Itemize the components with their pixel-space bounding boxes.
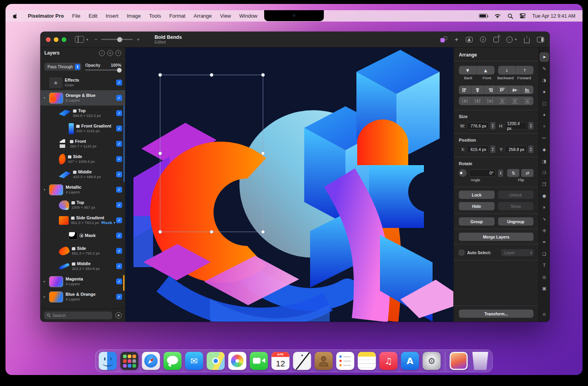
spotlight-search-icon[interactable] [508, 13, 513, 19]
send-backward-button[interactable]: ↓ [498, 66, 516, 75]
menu-format[interactable]: Format [169, 13, 185, 19]
layer-options-button[interactable]: ≡ [107, 50, 113, 56]
shape-tool[interactable]: ❏ [540, 250, 548, 258]
layer-row-middle[interactable]: Middle423.3 × 499.8 px✓ [40, 167, 125, 182]
zoom-slider[interactable] [101, 39, 133, 40]
distribute-left-button[interactable] [459, 96, 471, 105]
menu-window[interactable]: Window [239, 13, 257, 19]
erase-tool[interactable]: ◨ [540, 157, 548, 166]
x-field[interactable]: 615.4 px [467, 146, 489, 153]
menu-tools[interactable]: Tools [149, 13, 161, 19]
disclosure-icon[interactable]: ▸ [42, 295, 47, 299]
layer-row-orange-blue[interactable]: ▾Orange & Blue5 Layers✓ [40, 90, 125, 106]
height-field[interactable]: 1200.4 px [505, 122, 527, 129]
rectangular-select-tool[interactable]: ▢ [540, 99, 548, 107]
width-stepper[interactable]: ▲▼ [490, 122, 495, 129]
align-left-button[interactable] [459, 86, 471, 94]
ungroup-button[interactable]: Ungroup [498, 217, 534, 226]
pen-tool[interactable]: ✒ [540, 238, 548, 246]
dock-messages[interactable] [164, 352, 182, 370]
disclosure-icon[interactable]: ▾ [42, 188, 47, 191]
wifi-icon[interactable] [494, 14, 501, 18]
menu-edit[interactable]: Edit [89, 13, 97, 19]
sidebar-toggle-button[interactable] [75, 36, 84, 43]
dock-system-preferences[interactable]: ⚙ [423, 352, 441, 370]
menu-insert[interactable]: Insert [106, 13, 119, 19]
rotate-dial[interactable] [459, 169, 467, 177]
style-tool[interactable]: ✎ [540, 65, 548, 73]
merge-layers-button[interactable]: Merge Layers [459, 233, 533, 241]
layer-row-front[interactable]: Front284.7 × 1142 px✓ [40, 136, 125, 151]
layer-visibility-checkbox[interactable]: ✓ [116, 294, 122, 300]
zoom-in-button[interactable]: + [137, 36, 140, 42]
zoom-out-button[interactable]: − [95, 36, 98, 42]
align-hcenter-button[interactable] [471, 86, 484, 94]
menu-view[interactable]: View [220, 13, 231, 19]
blur-tool[interactable]: ● [540, 192, 548, 200]
dock-maps[interactable] [207, 352, 225, 370]
transform-button[interactable]: Transform... [459, 310, 533, 318]
layer-visibility-checkbox[interactable]: ✓ [116, 233, 122, 239]
flip-horizontal-button[interactable]: ⇄ [521, 169, 533, 177]
arrange-tool[interactable]: ➤ [540, 53, 548, 61]
send-to-back-button[interactable]: ▼ [459, 66, 477, 75]
layer-row-front-gradient[interactable]: Front Gradient420 × 1142 px✓ [40, 121, 125, 136]
menu-file[interactable]: File [72, 13, 80, 19]
color-fill-tool[interactable]: ◆ [540, 146, 548, 154]
minimize-button[interactable] [54, 37, 58, 42]
layer-visibility-checkbox[interactable]: ✓ [116, 187, 122, 193]
layer-row-blue-orange[interactable]: ▸Blue & Orange4 Layers✓ [40, 289, 125, 304]
layer-row-top[interactable]: Top1009 × 957 px✓ [40, 197, 125, 213]
dock-app-store[interactable]: A [401, 352, 419, 370]
layer-row-magenta[interactable]: ▸Magenta4 Layers✓ [40, 274, 125, 289]
info-button[interactable]: i [480, 36, 486, 42]
layer-row-top[interactable]: Top584.8 × 222.2 px✓ [40, 106, 125, 121]
menu-arrange[interactable]: Arrange [194, 13, 212, 19]
fullscreen-button[interactable] [62, 37, 66, 42]
quick-select-tool[interactable]: ✦ [540, 111, 548, 119]
window-titlebar[interactable]: ▾ − + Bold Bends Edited + i ··· ▾ [40, 32, 550, 47]
layer-visibility-checkbox[interactable]: ✓ [116, 80, 122, 86]
sidebar-chevron-icon[interactable]: ▾ [86, 38, 88, 42]
dock-pixelmator-pro[interactable] [293, 352, 311, 370]
layer-visibility-checkbox[interactable]: ✓ [116, 263, 122, 269]
color-adjustments-tool[interactable]: ◑ [540, 76, 548, 84]
distribute-right-button[interactable] [484, 96, 496, 105]
align-right-button[interactable] [484, 86, 496, 94]
share-button[interactable] [524, 38, 530, 43]
canvas[interactable] [126, 47, 453, 322]
dock-notes[interactable] [358, 352, 376, 370]
flip-vertical-button[interactable]: ⇅ [507, 169, 519, 177]
dock-mail[interactable]: ✉ [185, 352, 203, 370]
align-bottom-button[interactable] [521, 86, 533, 94]
layer-row-side-gradient[interactable]: Side Gradient851.3 × 793.2 pxMask ▾✓ [40, 213, 125, 228]
search-input[interactable]: Search [44, 311, 112, 319]
distribute-hcenter-button[interactable] [471, 96, 484, 105]
apple-menu-icon[interactable] [13, 13, 18, 19]
layer-row-mask[interactable]: Mask✓ [40, 228, 125, 243]
menu-app-name[interactable]: Pixelmator Pro [28, 13, 64, 19]
layer-visibility-checkbox[interactable]: ✓ [116, 110, 122, 116]
collapse-tools-button[interactable]: ⊖ [540, 310, 548, 319]
dock-launchpad[interactable] [121, 352, 139, 370]
y-stepper[interactable]: ▲▼ [528, 146, 533, 153]
clone-tool[interactable]: ❐ [540, 180, 548, 189]
bring-to-front-button[interactable]: ▲ [477, 66, 495, 75]
y-field[interactable]: 258.8 px [505, 146, 527, 153]
control-center-icon[interactable] [520, 13, 526, 18]
soften-tool[interactable]: ❍ [540, 169, 548, 177]
x-stepper[interactable]: ▲▼ [490, 146, 495, 153]
width-field[interactable]: 776.6 px [467, 122, 489, 129]
crop-tool[interactable]: ▣ [540, 284, 548, 293]
paint-tool[interactable]: ✏ [540, 134, 548, 142]
dock-safari[interactable] [142, 352, 160, 370]
align-vcenter-button[interactable] [508, 86, 521, 94]
menu-image[interactable]: Image [127, 13, 141, 19]
dock-photos[interactable] [228, 352, 247, 370]
type-tool[interactable]: T [540, 261, 548, 269]
battery-icon[interactable] [479, 14, 488, 18]
smudge-tool[interactable]: ➘ [540, 215, 548, 223]
menu-clock[interactable]: Tue Apr 12 9:41 AM [532, 13, 575, 19]
auto-select-checkbox[interactable] [459, 250, 464, 255]
group-button[interactable]: Group [459, 217, 495, 226]
